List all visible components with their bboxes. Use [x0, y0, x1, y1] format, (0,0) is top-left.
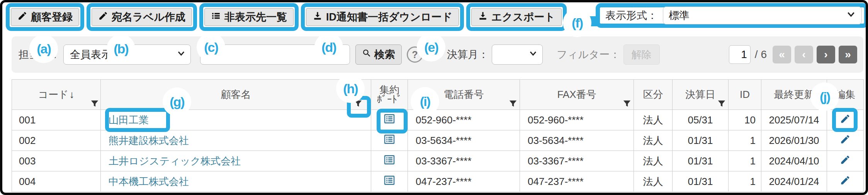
annotation-j: (j): [810, 82, 839, 111]
cell-id: 1: [729, 130, 761, 151]
cell-phone: 047-237-****: [408, 171, 520, 192]
header-fax[interactable]: FAX番号: [520, 80, 634, 110]
annotation-f: (f): [563, 9, 591, 37]
edit-pencil-icon[interactable]: [840, 156, 851, 168]
cell-fax: 03-3367-****: [520, 151, 634, 171]
filter-funnel-icon-phone[interactable]: [509, 100, 517, 108]
cell-fax: 047-237-****: [520, 171, 634, 192]
customer-register-button[interactable]: 顧客登録: [11, 8, 79, 26]
cell-summary-board: [371, 171, 408, 192]
chevron-down-icon: [846, 9, 856, 22]
cell-id: 10: [729, 110, 761, 130]
cell-category: 法人: [634, 151, 673, 171]
annotation-c: (c): [197, 33, 225, 62]
hidden-list-label: 非表示先一覧: [224, 10, 287, 24]
cell-code: 002: [12, 130, 101, 151]
next-page-button[interactable]: ›: [817, 46, 835, 63]
header-id[interactable]: ID: [729, 80, 761, 110]
cell-code: 004: [12, 171, 101, 192]
display-format-value: 標準: [669, 9, 846, 22]
highlight-box-g: [105, 108, 170, 132]
prev-page-button[interactable]: ‹: [795, 46, 813, 63]
cell-code: 003: [12, 151, 101, 171]
last-page-button[interactable]: »: [839, 46, 857, 63]
header-category-label: 区分: [643, 89, 663, 100]
id-notice-download-button[interactable]: ID通知書一括ダウンロード: [306, 8, 459, 26]
list-icon: [211, 11, 221, 24]
customer-name-link[interactable]: 中本機工株式会社: [101, 171, 371, 192]
edit-pencil-icon[interactable]: [840, 176, 851, 188]
table-row: 003 土井ロジスティック株式会社 03-3367-**** 03-3367-*…: [12, 151, 864, 171]
summary-board-icon[interactable]: [383, 157, 396, 168]
highlight-box-e: エクスポート: [466, 3, 567, 31]
fiscal-month-select[interactable]: [492, 44, 543, 65]
annotation-a: (a): [29, 34, 58, 63]
sort-desc-icon: ↓: [70, 89, 75, 100]
chevron-down-icon: [528, 49, 538, 61]
header-phone-label: 電話番号: [444, 89, 484, 100]
header-last-updated-label: 最終更新: [774, 89, 814, 100]
header-closing-date[interactable]: 決算日: [673, 80, 729, 110]
address-label-button[interactable]: 宛名ラベル作成: [92, 8, 192, 26]
pencil-icon: [17, 11, 27, 24]
search-icon: [362, 48, 372, 61]
export-button[interactable]: エクスポート: [471, 8, 562, 26]
cell-category: 法人: [634, 171, 673, 192]
download-icon: [313, 11, 323, 24]
display-format-label: 表示形式：: [605, 9, 657, 22]
chevron-down-icon: [177, 49, 186, 61]
header-category[interactable]: 区分: [634, 80, 673, 110]
customer-register-label: 顧客登録: [31, 10, 73, 24]
header-customer-name[interactable]: 顧客名: [101, 80, 371, 110]
highlight-box-a: 顧客登録: [6, 3, 84, 31]
cell-code: 001: [12, 110, 101, 130]
header-code[interactable]: コード↓: [12, 80, 101, 110]
cell-phone: 03-5634-****: [408, 130, 520, 151]
annotation-i: (i): [411, 87, 439, 116]
cell-phone: 03-3367-****: [408, 151, 520, 171]
search-button[interactable]: 検索: [355, 44, 402, 65]
customer-name-link[interactable]: 土井ロジスティック株式会社: [101, 151, 371, 171]
summary-board-icon[interactable]: [383, 136, 396, 148]
header-customer-label: 顧客名: [221, 89, 251, 100]
summary-board-icon[interactable]: [383, 177, 396, 189]
table-row: 004 中本機工株式会社 047-237-**** 047-237-**** 法…: [12, 171, 864, 192]
cell-updated: 2024/01/24: [761, 171, 827, 192]
header-code-label: コード: [38, 89, 68, 100]
cell-fax: 052-960-****: [520, 110, 634, 130]
filter-funnel-icon-code[interactable]: [90, 100, 99, 108]
edit-pencil-icon[interactable]: [840, 135, 851, 147]
cell-fax: 03-5634-****: [520, 130, 634, 151]
cell-edit: [827, 171, 864, 192]
cell-category: 法人: [634, 130, 673, 151]
page-number-input[interactable]: [729, 45, 751, 64]
first-page-button[interactable]: «: [773, 46, 791, 63]
header-id-label: ID: [740, 89, 750, 100]
cell-closing: 01/31: [673, 171, 729, 192]
highlight-box-b: 宛名ラベル作成: [87, 3, 197, 31]
annotation-d: (d): [314, 33, 343, 62]
hidden-list-button[interactable]: 非表示先一覧: [204, 8, 294, 26]
header-fax-label: FAX番号: [557, 89, 596, 100]
filter-funnel-icon-closing[interactable]: [717, 100, 726, 108]
pagination: / 6 « ‹ › »: [729, 45, 857, 64]
highlight-box-i: [377, 109, 408, 133]
toolbar: 顧客登録 宛名ラベル作成 非表示先一覧 ID通知書一括ダウンロード エク: [6, 3, 567, 31]
search-button-label: 検索: [374, 48, 395, 62]
cell-category: 法人: [634, 110, 673, 130]
table-row: 002 熊井建設株式会社 03-5634-**** 03-5634-**** 法…: [12, 130, 864, 151]
page-total: / 6: [755, 48, 767, 61]
filter-funnel-icon-fax[interactable]: [623, 100, 631, 108]
download-icon: [478, 11, 488, 24]
display-format-select[interactable]: 標準: [663, 7, 862, 24]
customer-name-link[interactable]: 熊井建設株式会社: [101, 130, 371, 151]
export-label: エクスポート: [491, 10, 555, 24]
filter-label: フィルター：: [557, 48, 620, 62]
cell-updated: 2024/04/10: [761, 151, 827, 171]
cell-updated: 2026/01/30: [761, 130, 827, 151]
id-notice-download-label: ID通知書一括ダウンロード: [326, 10, 452, 24]
filter-clear-button[interactable]: 解除: [623, 44, 660, 65]
header-summary-board[interactable]: 集約 ﾎﾞｰﾄﾞ: [371, 80, 408, 110]
fiscal-month-label: 決算月：: [447, 48, 489, 62]
app-screenshot-frame: 顧客登録 宛名ラベル作成 非表示先一覧 ID通知書一括ダウンロード エク: [0, 0, 868, 195]
